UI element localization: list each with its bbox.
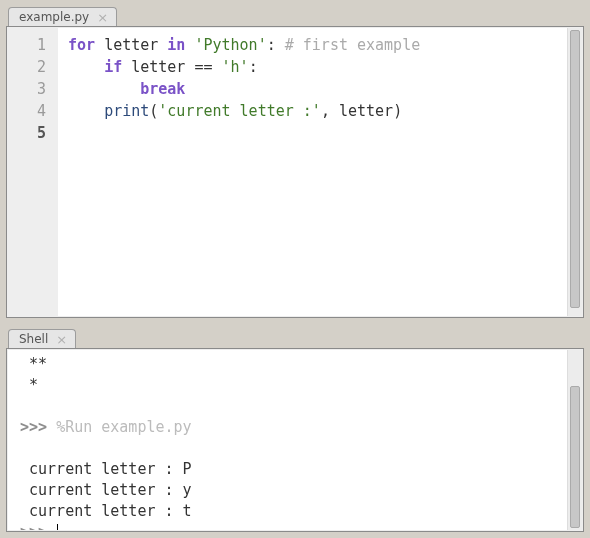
shell-tab[interactable]: Shell × [8, 329, 76, 348]
shell-banner-line: ** [20, 354, 567, 375]
shell-output-line: current letter : y [20, 480, 567, 501]
line-number: 4 [16, 100, 46, 122]
editor-pane: 12345 for letter in 'Python': # first ex… [6, 26, 584, 318]
shell-scrollbar[interactable] [567, 350, 582, 530]
code-area[interactable]: for letter in 'Python': # first example … [58, 28, 582, 316]
shell-prompt: >>> [20, 418, 56, 436]
shell-area[interactable]: ** * >>> %Run example.py current letter … [8, 350, 567, 530]
shell-prompt: >>> [20, 523, 56, 530]
editor-scrollbar-thumb[interactable] [570, 30, 580, 308]
shell-tab-strip: Shell × [6, 326, 584, 348]
close-icon[interactable]: × [56, 333, 67, 346]
editor-tab[interactable]: example.py × [8, 7, 117, 26]
shell-output-line: current letter : P [20, 459, 567, 480]
shell-blank-line [20, 438, 567, 459]
shell-banner-line: * [20, 375, 567, 396]
line-number: 2 [16, 56, 46, 78]
shell-blank-line [20, 396, 567, 417]
shell-magic-command: %Run example.py [56, 418, 191, 436]
code-line: print('current letter :', letter) [68, 100, 582, 122]
editor-scrollbar[interactable] [567, 28, 582, 316]
code-line: for letter in 'Python': # first example [68, 34, 582, 56]
shell-panel: Shell × ** * >>> %Run example.py current… [6, 326, 584, 532]
shell-output-line: current letter : t [20, 501, 567, 522]
shell-command-line: >>> %Run example.py [20, 417, 567, 438]
editor-tab-label: example.py [19, 10, 89, 25]
shell-input-line: >>> [20, 522, 567, 530]
editor-inner: 12345 for letter in 'Python': # first ex… [8, 28, 582, 316]
code-line [68, 122, 582, 144]
shell-scrollbar-thumb[interactable] [570, 386, 580, 528]
text-cursor [57, 524, 58, 530]
shell-pane: ** * >>> %Run example.py current letter … [6, 348, 584, 532]
code-line: if letter == 'h': [68, 56, 582, 78]
line-number: 5 [16, 122, 46, 144]
code-line: break [68, 78, 582, 100]
editor-panel: example.py × 12345 for letter in 'Python… [6, 4, 584, 318]
close-icon[interactable]: × [97, 11, 108, 24]
line-number: 3 [16, 78, 46, 100]
editor-tab-strip: example.py × [6, 4, 584, 26]
shell-tab-label: Shell [19, 332, 48, 347]
line-number-gutter: 12345 [8, 28, 58, 316]
line-number: 1 [16, 34, 46, 56]
